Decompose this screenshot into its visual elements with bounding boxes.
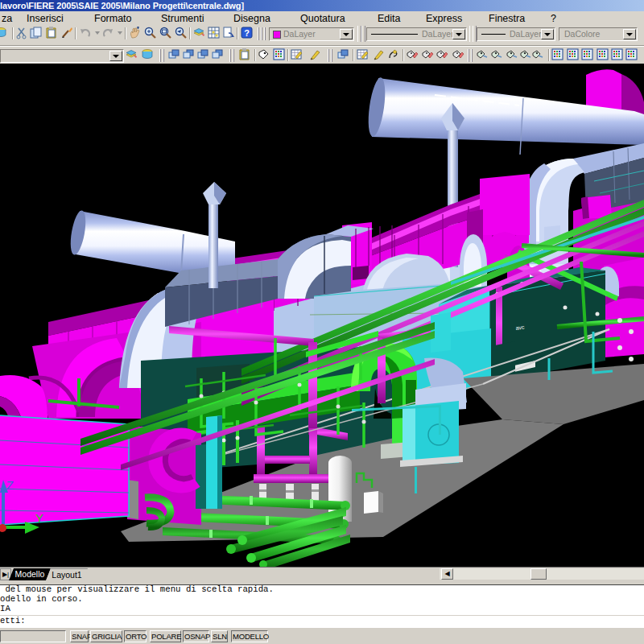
svg-text:Z: Z bbox=[6, 478, 14, 492]
svg-text:?: ? bbox=[244, 28, 250, 38]
svg-text:Y: Y bbox=[35, 511, 43, 525]
